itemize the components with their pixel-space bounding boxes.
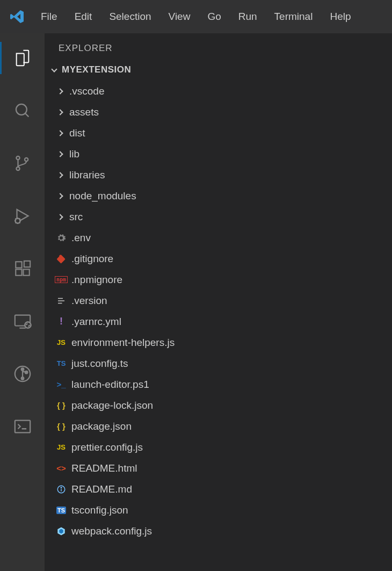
file-label: package-lock.json <box>71 400 153 411</box>
json-icon: { } <box>55 401 67 410</box>
chevron-right-icon <box>55 173 65 177</box>
svg-point-21 <box>61 487 62 488</box>
info-icon <box>55 485 67 494</box>
svg-rect-8 <box>16 269 21 275</box>
yaml-icon: ! <box>55 316 67 327</box>
activity-extensions[interactable] <box>0 252 45 285</box>
file-item[interactable]: README.md <box>45 479 392 500</box>
file-label: environment-helpers.js <box>71 337 175 349</box>
extensions-icon <box>13 259 32 278</box>
ts-icon: TS <box>55 359 67 367</box>
file-label: .env <box>71 232 91 244</box>
lines-icon <box>55 296 67 306</box>
file-item[interactable]: { }package-lock.json <box>45 395 392 416</box>
folder-item[interactable]: lib <box>45 143 392 164</box>
file-item[interactable]: <>README.html <box>45 458 392 479</box>
menu-edit[interactable]: Edit <box>75 11 92 23</box>
files-icon <box>13 49 32 67</box>
chevron-right-icon <box>55 215 65 219</box>
menu-go[interactable]: Go <box>207 11 221 23</box>
activity-git-graph[interactable] <box>0 358 45 390</box>
file-label: launch-editor.ps1 <box>71 379 149 391</box>
terminal-icon <box>13 417 32 436</box>
svg-point-16 <box>21 377 24 380</box>
svg-rect-18 <box>14 421 30 433</box>
file-item[interactable]: !.yarnrc.yml <box>45 311 392 332</box>
file-item[interactable]: TSjust.config.ts <box>45 353 392 374</box>
file-label: tsconfig.json <box>71 504 128 516</box>
file-item[interactable]: .gitignore <box>45 248 392 269</box>
menu-bar: File Edit Selection View Go Run Terminal… <box>41 11 351 23</box>
chevron-right-icon <box>55 131 65 135</box>
git-icon <box>55 254 67 264</box>
file-item[interactable]: >_launch-editor.ps1 <box>45 374 392 395</box>
menu-file[interactable]: File <box>41 11 57 23</box>
activity-explorer[interactable] <box>0 42 45 74</box>
file-label: .version <box>71 295 107 307</box>
menu-run[interactable]: Run <box>238 11 257 23</box>
activity-run-debug[interactable] <box>0 200 45 232</box>
folder-item[interactable]: src <box>45 206 392 227</box>
file-item[interactable]: JSenvironment-helpers.js <box>45 332 392 353</box>
js-icon: JS <box>55 338 67 346</box>
remote-icon <box>13 312 32 330</box>
svg-point-15 <box>21 368 24 371</box>
folder-item[interactable]: .vscode <box>45 81 392 102</box>
ps1-icon: >_ <box>55 380 67 389</box>
chevron-right-icon <box>55 152 65 156</box>
folder-root-header[interactable]: MYEXTENSION <box>45 59 392 81</box>
file-item[interactable]: webpack.config.js <box>45 521 392 541</box>
search-icon <box>13 102 32 120</box>
git-graph-icon <box>13 365 32 383</box>
file-item[interactable]: .env <box>45 227 392 248</box>
file-label: package.json <box>71 421 132 432</box>
activity-bar <box>0 33 45 571</box>
menu-selection[interactable]: Selection <box>109 11 151 23</box>
svg-point-0 <box>16 104 26 115</box>
file-tree: .vscodeassetsdistliblibrariesnode_module… <box>45 81 392 541</box>
activity-source-control[interactable] <box>0 147 45 179</box>
menu-help[interactable]: Help <box>330 11 351 23</box>
folder-item[interactable]: assets <box>45 102 392 122</box>
sidebar: EXPLORER MYEXTENSION .vscodeassetsdistli… <box>45 33 392 571</box>
activity-terminal[interactable] <box>0 410 45 443</box>
file-label: README.md <box>71 483 132 495</box>
debug-icon <box>13 206 32 226</box>
svg-line-1 <box>25 113 28 117</box>
branch-icon <box>13 154 32 172</box>
folder-item[interactable]: dist <box>45 122 392 143</box>
activity-search[interactable] <box>0 95 45 127</box>
folder-label: libraries <box>69 169 105 181</box>
file-item[interactable]: { }package.json <box>45 416 392 437</box>
html-icon: <> <box>55 464 67 473</box>
js-icon: JS <box>55 443 67 451</box>
vscode-logo-icon <box>10 9 25 24</box>
folder-item[interactable]: node_modules <box>45 185 392 206</box>
file-item[interactable]: npm.npmignore <box>45 269 392 290</box>
folder-label: dist <box>69 127 85 139</box>
file-item[interactable]: JSprettier.config.js <box>45 437 392 458</box>
svg-rect-10 <box>24 261 30 267</box>
folder-root-label: MYEXTENSION <box>62 64 131 75</box>
folder-label: src <box>69 211 83 223</box>
file-item[interactable]: TStsconfig.json <box>45 500 392 521</box>
menu-view[interactable]: View <box>169 11 191 23</box>
file-label: .npmignore <box>71 274 122 286</box>
activity-remote[interactable] <box>0 305 45 337</box>
tsbadge-icon: TS <box>55 507 67 514</box>
folder-label: node_modules <box>69 190 136 202</box>
menu-terminal[interactable]: Terminal <box>274 11 313 23</box>
folder-label: .vscode <box>69 85 104 97</box>
chevron-right-icon <box>55 89 65 93</box>
chevron-right-icon <box>55 194 65 198</box>
body: EXPLORER MYEXTENSION .vscodeassetsdistli… <box>0 33 392 571</box>
folder-item[interactable]: libraries <box>45 164 392 185</box>
file-item[interactable]: .version <box>45 290 392 311</box>
npm-icon: npm <box>55 276 67 283</box>
file-label: .gitignore <box>71 253 113 265</box>
file-label: just.config.ts <box>71 358 128 370</box>
title-bar: File Edit Selection View Go Run Terminal… <box>0 0 392 33</box>
webpack-icon <box>55 526 67 536</box>
file-label: README.html <box>71 462 137 474</box>
gear-icon <box>55 233 67 243</box>
